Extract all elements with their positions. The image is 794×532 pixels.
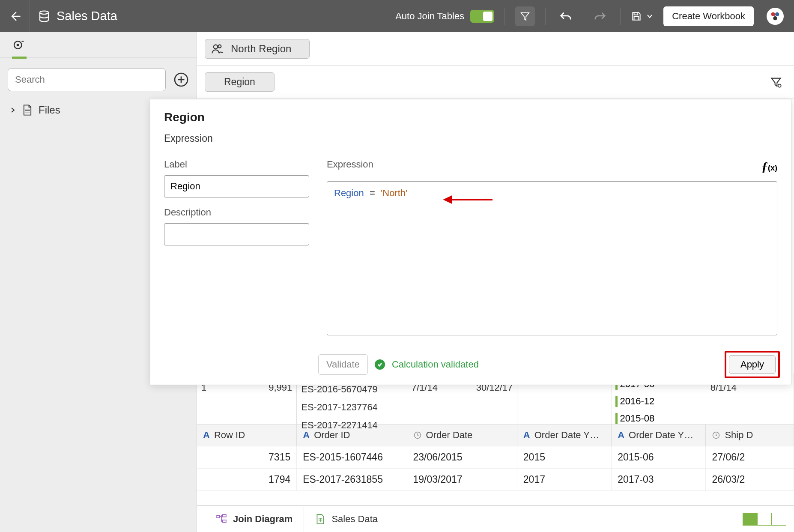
svg-rect-15	[222, 520, 226, 522]
file-icon	[22, 104, 33, 116]
role-bar: North Region	[197, 32, 794, 66]
annotation-arrow-icon	[439, 195, 494, 204]
view-grid-icon[interactable]	[772, 513, 786, 526]
check-circle-icon	[375, 359, 385, 370]
label-field-label: Label	[164, 159, 309, 170]
search-input[interactable]	[8, 68, 166, 91]
tab-sales-data[interactable]: Sales Data	[304, 506, 389, 532]
filter-chip-region[interactable]: Region	[205, 72, 275, 92]
save-icon	[631, 11, 642, 22]
expression-editor-popup: Region Expression Label Description Expr…	[150, 99, 791, 385]
svg-point-1	[771, 12, 775, 16]
fx-icon[interactable]: ƒ(x)	[761, 159, 777, 173]
filter-button[interactable]	[515, 6, 535, 26]
arrow-left-icon	[9, 10, 21, 22]
validate-button[interactable]: Validate	[318, 354, 368, 375]
description-input[interactable]	[164, 223, 309, 245]
expression-field-label: Expression	[327, 159, 373, 170]
chevron-right-icon	[9, 107, 16, 114]
role-chip[interactable]: North Region	[205, 39, 310, 59]
view-split-icon[interactable]	[743, 513, 757, 526]
table-row[interactable]: 7315 ES-2015-1607446 23/06/2015 2015 201…	[197, 446, 794, 469]
label-input[interactable]	[164, 175, 309, 197]
funnel-icon	[520, 11, 530, 21]
table-row[interactable]: 1794 ES-2017-2631855 19/03/2017 2017 201…	[197, 469, 794, 491]
svg-point-0	[40, 11, 48, 14]
database-icon	[38, 10, 51, 23]
bottom-tabs: Join Diagram Sales Data	[197, 505, 794, 532]
chevron-down-icon	[646, 13, 653, 20]
add-button[interactable]	[173, 72, 189, 87]
redo-button[interactable]	[590, 6, 610, 26]
apply-highlight: Apply	[725, 351, 780, 378]
expression-tab[interactable]: Expression	[164, 133, 777, 144]
tab-join-diagram[interactable]: Join Diagram	[205, 506, 304, 532]
auto-join-toggle[interactable]	[470, 10, 494, 23]
files-label: Files	[39, 104, 60, 116]
undo-button[interactable]	[556, 6, 576, 26]
people-icon	[211, 43, 223, 55]
description-field-label: Description	[164, 207, 309, 218]
back-button[interactable]	[0, 0, 30, 32]
auto-join-toggle-group: Auto Join Tables	[395, 10, 494, 23]
popup-title: Region	[164, 111, 777, 124]
diagram-icon	[216, 514, 227, 525]
create-workbook-button[interactable]: Create Workbook	[663, 6, 754, 26]
svg-point-8	[218, 45, 221, 48]
svg-point-9	[778, 84, 781, 87]
target-icon[interactable]	[12, 39, 25, 51]
undo-icon	[559, 11, 572, 22]
app-logo[interactable]	[767, 8, 784, 25]
filter-settings-icon[interactable]	[770, 76, 782, 88]
svg-point-2	[775, 12, 779, 16]
role-chip-label: North Region	[231, 43, 291, 55]
topbar: Sales Data Auto Join Tables Create Workb…	[0, 0, 794, 32]
view-top-icon[interactable]	[757, 513, 772, 526]
sheet-icon	[315, 514, 325, 525]
filter-bar: Region	[197, 66, 794, 99]
svg-point-7	[214, 45, 218, 48]
page-title: Sales Data	[57, 9, 117, 23]
grid-header: ARow ID AOrder ID Order Date AOrder Date…	[197, 424, 794, 446]
redo-icon	[594, 11, 606, 22]
apply-button[interactable]: Apply	[729, 355, 776, 374]
clock-icon	[712, 431, 720, 439]
svg-point-5	[17, 43, 19, 46]
clock-icon	[413, 431, 422, 439]
data-grid: 19,991 ES-2016-5670479 ES-2017-1237764 E…	[197, 373, 794, 505]
expression-textarea[interactable]: Region = 'North'	[327, 181, 777, 335]
save-dropdown[interactable]	[631, 11, 653, 22]
view-switcher[interactable]	[743, 513, 786, 526]
svg-point-3	[773, 16, 777, 20]
svg-rect-14	[222, 514, 226, 517]
svg-rect-13	[217, 515, 220, 517]
validation-status: Calculation validated	[392, 359, 479, 370]
auto-join-label: Auto Join Tables	[395, 11, 464, 22]
